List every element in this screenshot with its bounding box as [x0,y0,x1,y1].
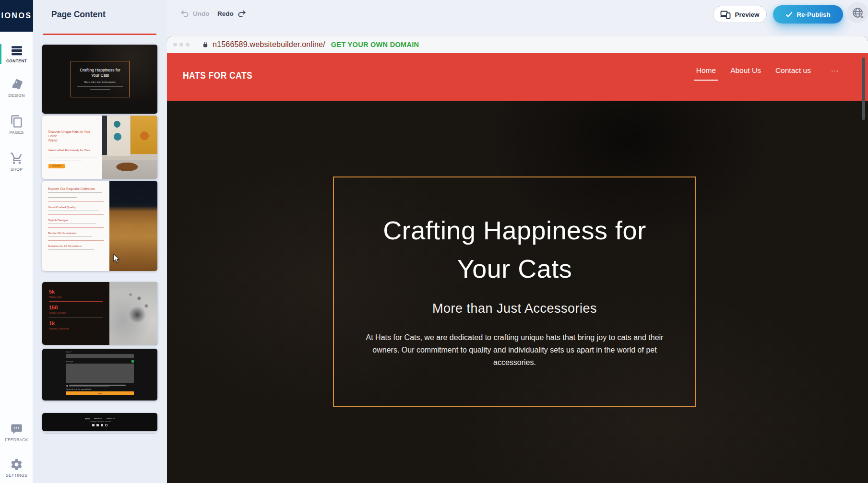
hero-title[interactable]: Crafting Happiness for Your Cats [383,211,646,288]
social-icon [92,424,95,426]
nav-home[interactable]: Home [696,66,716,75]
lock-icon [202,41,209,48]
thumb-social-icons [92,424,107,426]
get-domain-link[interactable]: GET YOUR OWN DOMAIN [331,41,419,48]
redo-icon [238,10,247,17]
thumb-discover-text: Discover Unique Hats for Your Feline Fri… [42,116,102,179]
republish-label: Re-Publish [797,11,831,18]
thumb-hero-frame: Crafting Happiness for Your Cats More th… [71,61,130,97]
mouse-cursor [113,254,120,266]
social-icon [105,424,107,426]
thumbnail-contact-form-section[interactable]: Name* Message Please fill in all the req… [42,349,157,401]
check-icon [785,12,793,17]
thumb-name-input [66,354,134,358]
panel-title: Page Content [51,10,106,20]
thumb-hero-subtitle: More than Just Accessories [84,81,116,83]
sidebar-item-pages[interactable]: PAGES [0,115,33,135]
feedback-bubble-icon [10,423,23,436]
content-icon [11,44,23,57]
globe-badge [860,15,864,19]
nav-contact-us[interactable]: Contact us [775,66,811,75]
sidebar-item-label: CONTENT [0,59,33,63]
sidebar-item-label: PAGES [0,130,33,135]
thumbnail-discover-section[interactable]: Discover Unique Hats for Your Feline Fri… [42,116,157,179]
browser-url-bar: n1566589.websitebuilder.online/ GET YOUR… [167,36,868,53]
sidebar-item-label: DESIGN [0,93,33,98]
icon-sidebar: IONOS CONTENT DESIGN PAGES [0,0,33,483]
hero-content-box[interactable]: Crafting Happiness for Your Cats More th… [333,177,696,407]
hero-paragraph[interactable]: At Hats for Cats, we are dedicated to cr… [361,331,668,369]
browser-dots [173,43,190,47]
nav-about-us[interactable]: About Us [730,66,761,75]
thumb-footer-nav: Home About Us Contact us [85,418,115,420]
thumb-image-icon [131,360,134,363]
editor-main: Undo Redo Preview Re-Publish [167,0,868,483]
shop-cart-icon [10,152,24,165]
undo-icon [180,10,189,17]
thumb-hero-title: Crafting Happiness for Your Cats [80,68,120,78]
devices-icon [720,11,731,19]
thumb-collection-text: Explore Our Exquisite Collection Hand-Cr… [42,181,109,271]
redo-button[interactable]: Redo [217,10,247,17]
thumb-street-cat-photo [102,116,157,179]
thumbnail-stats-section[interactable]: 5k Happy Cats 150 Unique Designs 1k Repe… [42,282,157,345]
app-window: IONOS CONTENT DESIGN PAGES [0,0,868,483]
thumb-form: Name* Message Please fill in all the req… [66,351,134,395]
language-globe-button[interactable] [847,2,868,23]
thumb-footer-copyright: ©Copyright. All rights reserved [89,421,111,423]
redo-label: Redo [217,10,234,17]
sidebar-item-label: SETTINGS [0,473,33,478]
sidebar-item-settings[interactable]: SETTINGS [0,458,33,478]
nav-more-menu[interactable]: ··· [831,67,839,74]
settings-gear-icon [10,458,23,471]
sidebar-item-label: SHOP [0,167,33,172]
preview-button[interactable]: Preview [713,6,767,23]
undo-label: Undo [193,10,210,17]
selected-section-indicator [43,34,156,35]
thumb-stats-text: 5k Happy Cats 150 Unique Designs 1k Repe… [42,282,109,345]
sidebar-item-label: FEEDBACK [0,437,33,442]
design-icon [10,78,23,91]
thumb-pawprint-photo [109,282,157,345]
undo-button[interactable]: Undo [180,10,210,17]
social-icon [96,424,99,426]
thumb-hero-paragraph [71,86,129,90]
thumb-shop-now-button: Shop Now [48,164,65,168]
thumb-discover-paragraph [48,157,97,161]
site-header: HATS FOR CATS Home About Us Contact us ·… [167,53,868,101]
sidebar-item-shop[interactable]: SHOP [0,152,33,172]
republish-button[interactable]: Re-Publish [773,5,843,24]
thumb-send-button: Send [66,391,134,395]
site-nav: Home About Us Contact us ··· [696,66,839,75]
thumbnail-footer-section[interactable]: Home About Us Contact us ©Copyright. All… [42,413,157,431]
panel-divider [44,433,156,434]
sidebar-item-design[interactable]: DESIGN [0,78,33,98]
social-icon [101,424,103,426]
page-content-panel: Page Content Crafting Happiness for Your… [33,0,167,483]
sidebar-item-content[interactable]: CONTENT [0,44,33,63]
ionos-logo: IONOS [0,0,33,32]
thumbnail-collection-section[interactable]: Explore Our Exquisite Collection Hand-Cr… [42,181,157,271]
hero-subtitle[interactable]: More than Just Accessories [432,301,597,316]
site-brand[interactable]: HATS FOR CATS [183,70,252,82]
thumbnail-hero-section[interactable]: Crafting Happiness for Your Cats More th… [42,45,157,114]
site-hero-section: Crafting Happiness for Your Cats More th… [167,101,868,483]
preview-scrollbar-thumb[interactable] [862,58,865,120]
thumb-consent-row [66,385,134,387]
site-url[interactable]: n1566589.websitebuilder.online/ [213,40,325,49]
preview-label: Preview [735,11,759,18]
sidebar-item-feedback[interactable]: FEEDBACK [0,423,33,442]
pages-icon [10,115,24,128]
thumb-message-textarea [66,364,134,383]
site-preview-window: n1566589.websitebuilder.online/ GET YOUR… [167,36,868,483]
